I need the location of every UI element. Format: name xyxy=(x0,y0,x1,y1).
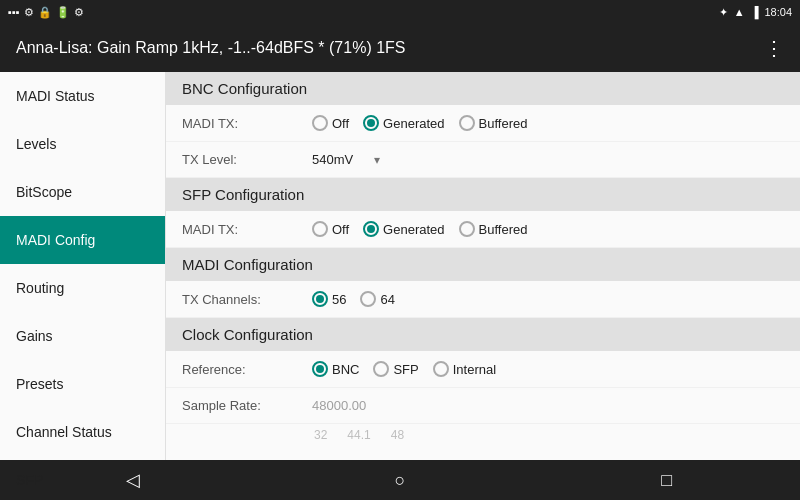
wifi-status-icon: ⚙ xyxy=(24,6,34,19)
label-bnc-tx-level: TX Level: xyxy=(182,152,312,167)
radio-circle xyxy=(373,361,389,377)
home-button[interactable]: ○ xyxy=(380,470,420,491)
radio-option-sfp-buffered[interactable]: Buffered xyxy=(459,221,528,237)
radio-option-bnc-off[interactable]: Off xyxy=(312,115,349,131)
select-arrow-icon: ▾ xyxy=(374,153,380,167)
radio-circle xyxy=(312,221,328,237)
label-bnc-madi-tx: MADI TX: xyxy=(182,116,312,131)
radio-circle xyxy=(363,115,379,131)
section-header-madi-configuration: MADI Configuration xyxy=(166,248,800,281)
radio-option-ref-bnc[interactable]: BNC xyxy=(312,361,359,377)
sidebar-item-channel-status[interactable]: Channel Status xyxy=(0,408,165,456)
slider-ticks: 3244.148 xyxy=(166,424,800,450)
radio-group-sfp-madi-tx: OffGeneratedBuffered xyxy=(312,221,527,237)
label-tx-channels: TX Channels: xyxy=(182,292,312,307)
status-bar: ▪▪▪ ⚙ 🔒 🔋 ⚙ ✦ ▲ ▐ 18:04 xyxy=(0,0,800,24)
radio-circle xyxy=(459,221,475,237)
radio-option-ref-sfp[interactable]: SFP xyxy=(373,361,418,377)
label-reference: Reference: xyxy=(182,362,312,377)
radio-label-ref-sfp: SFP xyxy=(393,362,418,377)
title-bar: Anna-Lisa: Gain Ramp 1kHz, -1..-64dBFS *… xyxy=(0,24,800,72)
radio-circle xyxy=(312,115,328,131)
sidebar: MADI StatusLevelsBitScopeMADI ConfigRout… xyxy=(0,72,166,460)
radio-label-ch-56: 56 xyxy=(332,292,346,307)
radio-label-ch-64: 64 xyxy=(380,292,394,307)
signal-icon: ▪▪▪ xyxy=(8,6,20,18)
radio-option-sfp-off[interactable]: Off xyxy=(312,221,349,237)
config-row-reference: Reference:BNCSFPInternal xyxy=(166,351,800,388)
radio-circle xyxy=(433,361,449,377)
radio-circle xyxy=(363,221,379,237)
slider-tick: 48 xyxy=(391,428,404,442)
radio-group-reference: BNCSFPInternal xyxy=(312,361,496,377)
radio-label-bnc-off: Off xyxy=(332,116,349,131)
radio-circle xyxy=(312,361,328,377)
status-bar-left: ▪▪▪ ⚙ 🔒 🔋 ⚙ xyxy=(8,6,84,19)
page-title: Anna-Lisa: Gain Ramp 1kHz, -1..-64dBFS *… xyxy=(16,39,406,57)
radio-group-bnc-madi-tx: OffGeneratedBuffered xyxy=(312,115,527,131)
select-bnc-tx-level[interactable]: 540mV600mV660mV xyxy=(312,152,370,167)
content-area: BNC ConfigurationMADI TX:OffGeneratedBuf… xyxy=(166,72,800,460)
section-header-clock-config: Clock Configuration xyxy=(166,318,800,351)
label-sample-rate: Sample Rate: xyxy=(182,398,312,413)
time-display: 18:04 xyxy=(764,6,792,18)
select-wrapper-bnc-tx-level: 540mV600mV660mV▾ xyxy=(312,152,380,167)
config-row-tx-channels: TX Channels:5664 xyxy=(166,281,800,318)
sidebar-item-bitscope[interactable]: BitScope xyxy=(0,168,165,216)
config-row-bnc-tx-level: TX Level:540mV600mV660mV▾ xyxy=(166,142,800,178)
sidebar-item-gains[interactable]: Gains xyxy=(0,312,165,360)
value-sample-rate: 48000.00 xyxy=(312,398,366,413)
sidebar-item-madi-status[interactable]: MADI Status xyxy=(0,72,165,120)
radio-label-sfp-generated: Generated xyxy=(383,222,444,237)
radio-group-tx-channels: 5664 xyxy=(312,291,395,307)
recent-apps-button[interactable]: □ xyxy=(647,470,687,491)
radio-circle xyxy=(312,291,328,307)
radio-option-ch-56[interactable]: 56 xyxy=(312,291,346,307)
radio-label-bnc-generated: Generated xyxy=(383,116,444,131)
bluetooth-icon: ✦ xyxy=(719,6,728,19)
radio-label-sfp-buffered: Buffered xyxy=(479,222,528,237)
more-options-button[interactable]: ⋮ xyxy=(764,36,784,60)
wifi-icon: ▲ xyxy=(734,6,745,18)
config-row-sample-rate: Sample Rate:48000.00 xyxy=(166,388,800,424)
status-bar-right: ✦ ▲ ▐ 18:04 xyxy=(719,6,792,19)
label-sfp-madi-tx: MADI TX: xyxy=(182,222,312,237)
radio-option-bnc-buffered[interactable]: Buffered xyxy=(459,115,528,131)
battery-small-icon: 🔋 xyxy=(56,6,70,19)
radio-option-ref-internal[interactable]: Internal xyxy=(433,361,496,377)
config-row-sfp-madi-tx: MADI TX:OffGeneratedBuffered xyxy=(166,211,800,248)
radio-circle xyxy=(459,115,475,131)
main-layout: MADI StatusLevelsBitScopeMADI ConfigRout… xyxy=(0,72,800,460)
radio-option-bnc-generated[interactable]: Generated xyxy=(363,115,444,131)
sidebar-item-madi-config[interactable]: MADI Config xyxy=(0,216,165,264)
slider-tick: 32 xyxy=(314,428,327,442)
radio-label-bnc-buffered: Buffered xyxy=(479,116,528,131)
sidebar-item-levels[interactable]: Levels xyxy=(0,120,165,168)
config-row-speed-mode: Speed Mode:1FS2FS S/MUX2FS 96k4FS xyxy=(166,450,800,460)
extra-icon: ⚙ xyxy=(74,6,84,19)
section-header-sfp-config: SFP Configuration xyxy=(166,178,800,211)
sidebar-item-presets[interactable]: Presets xyxy=(0,360,165,408)
radio-label-ref-internal: Internal xyxy=(453,362,496,377)
sidebar-item-routing[interactable]: Routing xyxy=(0,264,165,312)
back-button[interactable]: ◁ xyxy=(113,469,153,491)
config-row-bnc-madi-tx: MADI TX:OffGeneratedBuffered xyxy=(166,105,800,142)
radio-label-sfp-off: Off xyxy=(332,222,349,237)
slider-tick: 44.1 xyxy=(347,428,370,442)
radio-label-ref-bnc: BNC xyxy=(332,362,359,377)
radio-option-ch-64[interactable]: 64 xyxy=(360,291,394,307)
section-header-bnc-config: BNC Configuration xyxy=(166,72,800,105)
battery-icon: ▐ xyxy=(751,6,759,18)
radio-circle xyxy=(360,291,376,307)
radio-option-sfp-generated[interactable]: Generated xyxy=(363,221,444,237)
lock-icon: 🔒 xyxy=(38,6,52,19)
